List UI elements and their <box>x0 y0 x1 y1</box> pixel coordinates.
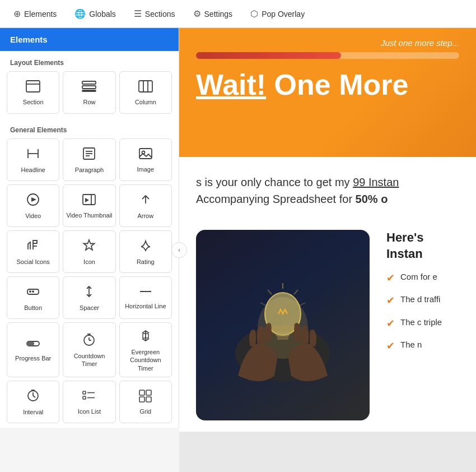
nav-sections-label: Sections <box>145 10 175 18</box>
general-elements-grid: Headline Paragraph <box>0 138 179 428</box>
video-thumbnail-icon <box>82 193 96 209</box>
nav-settings[interactable]: ⚙ Settings <box>186 5 240 22</box>
general-elements-label: General Elements <box>0 118 179 138</box>
social-icons-label: Social Icons <box>17 258 50 266</box>
spacer-icon <box>82 284 96 301</box>
element-rating[interactable]: Rating <box>119 230 172 273</box>
svg-rect-30 <box>27 341 34 346</box>
nav-elements-label: Elements <box>24 10 57 18</box>
progress-bar-label: Progress Bar <box>15 354 51 362</box>
element-headline[interactable]: Headline <box>7 138 59 181</box>
heres-title-line2: Instan <box>386 247 423 261</box>
checklist-item-2: ✔ The d traffi <box>386 293 459 308</box>
svg-rect-46 <box>146 390 151 395</box>
checklist-item-1: ✔ Com for e <box>386 271 459 285</box>
element-video[interactable]: Video <box>7 184 59 227</box>
progress-bar-icon <box>26 338 40 351</box>
column-icon <box>138 80 153 95</box>
sections-icon: ☰ <box>134 8 142 19</box>
banner-title-wait: Wait! <box>196 68 266 101</box>
svg-rect-2 <box>82 81 96 84</box>
element-image[interactable]: Image <box>119 138 172 181</box>
svg-marker-20 <box>85 198 89 202</box>
content-link: 99 Instan <box>353 176 399 188</box>
check-icon-1: ✔ <box>386 271 395 285</box>
element-row[interactable]: Row <box>63 71 115 114</box>
element-icon-list[interactable]: Icon List <box>63 381 115 423</box>
sidebar: Elements Layout Elements Section <box>0 28 179 428</box>
settings-icon: ⚙ <box>193 8 201 19</box>
element-interval[interactable]: Interval <box>7 381 59 423</box>
banner-section: Just one more step... Wait! One More <box>179 28 476 157</box>
svg-rect-3 <box>82 86 96 89</box>
horizontal-line-icon <box>138 286 153 299</box>
svg-rect-53 <box>277 336 288 340</box>
checklist-item-3: ✔ The c triple <box>386 316 459 331</box>
layout-elements-grid: Section Row <box>0 71 179 118</box>
element-button[interactable]: Button <box>7 276 59 319</box>
grid-label: Grid <box>139 408 151 415</box>
element-progress-bar[interactable]: Progress Bar <box>7 322 59 377</box>
element-column[interactable]: Column <box>119 71 172 114</box>
nav-globals[interactable]: 🌐 Globals <box>68 5 122 22</box>
element-video-thumbnail[interactable]: Video Thumbnail <box>63 184 115 227</box>
checklist-text-4: The n <box>400 339 422 350</box>
video-icon <box>26 192 40 209</box>
element-icon[interactable]: Icon <box>63 230 115 273</box>
svg-marker-18 <box>31 197 36 202</box>
element-arrow[interactable]: Arrow <box>119 184 172 227</box>
nav-elements[interactable]: ⊕ Elements <box>7 5 63 22</box>
element-section[interactable]: Section <box>7 71 59 114</box>
arrow-icon <box>138 192 153 209</box>
nav-pop-overlay[interactable]: ⬡ Pop Overlay <box>244 5 311 22</box>
arrow-label: Arrow <box>137 212 153 220</box>
nav-settings-label: Settings <box>204 10 233 18</box>
nav-sections[interactable]: ☰ Sections <box>127 5 182 22</box>
grid-icon <box>138 389 153 405</box>
elements-icon: ⊕ <box>13 8 21 19</box>
svg-rect-52 <box>276 332 290 336</box>
element-grid[interactable]: Grid <box>119 381 172 423</box>
countdown-timer-icon <box>82 332 96 349</box>
rating-icon <box>138 238 153 255</box>
element-social-icons[interactable]: Social Icons <box>7 230 59 273</box>
banner-top-text: Just one more step... <box>196 38 459 48</box>
element-spacer[interactable]: Spacer <box>63 276 115 319</box>
icon-list-icon <box>82 389 96 405</box>
element-horizontal-line[interactable]: Horizontal Line <box>119 276 172 319</box>
content-text-start: s is your only chance to get my <box>196 176 353 188</box>
icon-icon <box>82 238 96 255</box>
element-paragraph[interactable]: Paragraph <box>63 138 115 181</box>
right-column: Here's Instan ✔ Com for e ✔ The d traffi <box>386 230 459 420</box>
section-label: Section <box>23 98 44 106</box>
svg-rect-4 <box>82 90 96 91</box>
countdown-timer-label: Countdown Timer <box>66 352 113 368</box>
heres-title: Here's Instan <box>386 230 459 262</box>
svg-point-25 <box>30 291 31 292</box>
nav-pop-overlay-label: Pop Overlay <box>262 10 305 18</box>
canvas: Just one more step... Wait! One More s i… <box>179 28 476 472</box>
check-icon-3: ✔ <box>386 317 395 331</box>
social-icons-icon <box>26 238 40 255</box>
element-evergreen-countdown-timer[interactable]: Evergreen Countdown Timer <box>119 322 172 377</box>
check-icon-2: ✔ <box>386 294 395 308</box>
sidebar-title: Elements <box>10 35 48 44</box>
progress-bar <box>196 52 459 59</box>
paragraph-icon <box>82 146 96 163</box>
lightbulb-image <box>196 230 370 420</box>
content-text: s is your only chance to get my 99 Insta… <box>196 174 459 207</box>
svg-line-55 <box>294 290 298 294</box>
svg-line-58 <box>260 303 266 306</box>
spacer-label: Spacer <box>80 304 99 312</box>
sidebar-collapse-button[interactable]: ‹ <box>171 242 187 258</box>
image-label: Image <box>137 165 155 173</box>
globals-icon: 🌐 <box>74 8 86 19</box>
element-countdown-timer[interactable]: Countdown Timer <box>63 322 115 377</box>
checklist-text-3: The c triple <box>400 316 442 328</box>
nav-globals-label: Globals <box>89 10 115 18</box>
canvas-content: Just one more step... Wait! One More s i… <box>179 28 476 472</box>
svg-rect-0 <box>26 81 40 92</box>
row-label: Row <box>83 98 95 106</box>
svg-marker-23 <box>84 240 95 250</box>
video-label: Video <box>25 212 41 220</box>
